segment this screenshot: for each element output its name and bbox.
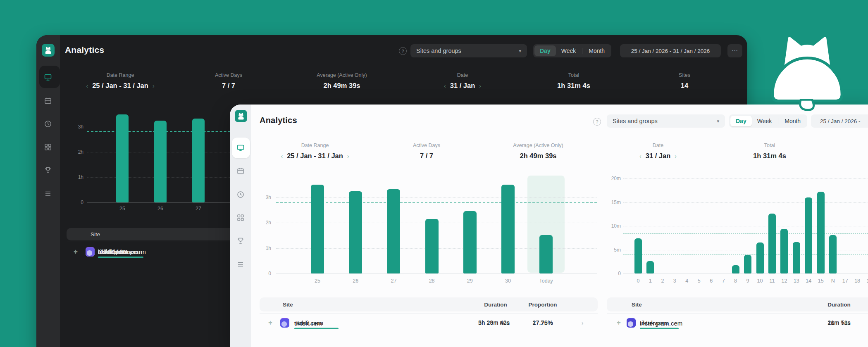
stat-value: 7 / 7 (215, 82, 242, 90)
stat-total: Total1h 31m 4s (753, 143, 786, 160)
chevron-left-icon[interactable]: ‹ (444, 83, 446, 89)
stat-label: Average (Active Only) (317, 72, 367, 78)
bar[interactable] (634, 238, 642, 273)
stat-total: Total1h 31m 4s (557, 72, 590, 90)
bar[interactable] (805, 197, 812, 273)
sidebar-item-menu menu-icon[interactable] (44, 190, 52, 198)
sidebar-item-calendar calendar-icon[interactable] (236, 167, 245, 175)
sidebar-item-calendar calendar-icon[interactable] (44, 97, 52, 105)
chevron-right-icon[interactable]: › (479, 83, 481, 89)
x-axis-label: 15 (818, 278, 824, 284)
chevron-right-icon[interactable]: › (582, 320, 583, 326)
duration-value: 16m 18s (806, 320, 868, 326)
site-name[interactable]: tiktek.cem (294, 320, 322, 327)
bar[interactable] (501, 185, 515, 273)
reference-line (623, 233, 868, 234)
stat-label: Date Range (281, 143, 349, 148)
stat-average-active-only: Average (Active Only)2h 49m 39s (317, 72, 367, 90)
bar[interactable] (732, 265, 739, 273)
bar[interactable] (768, 214, 776, 273)
bar[interactable] (756, 242, 764, 273)
site-favicon-icon (627, 318, 636, 328)
help-icon[interactable]: ? (399, 47, 407, 55)
favicon-shape (628, 321, 633, 327)
stat-active-days: Active Days7 / 7 (413, 143, 440, 160)
table-row-tiktek-cem[interactable]: +tiktek.cem3h 24m 50s17.25%› (260, 313, 598, 333)
tab-day[interactable]: Day (730, 116, 752, 126)
bar[interactable] (387, 189, 400, 273)
sidebar-item-apps grid-icon[interactable] (236, 214, 245, 222)
bar[interactable] (829, 235, 837, 273)
bar[interactable] (817, 192, 825, 273)
expand-plus-icon[interactable]: + (268, 319, 272, 327)
bar[interactable] (349, 191, 362, 273)
bar[interactable] (780, 229, 788, 273)
bar[interactable] (116, 114, 129, 203)
expand-plus-icon[interactable]: + (617, 319, 621, 327)
bar[interactable] (192, 119, 205, 202)
x-axis-label: 18 (854, 278, 860, 284)
sidebar-item-goals trophy-icon[interactable] (236, 237, 245, 245)
x-axis-label: N (831, 278, 835, 284)
expand-plus-icon[interactable]: + (74, 248, 78, 256)
app-logo-cat-icon (42, 44, 55, 57)
x-axis-label: 12 (781, 278, 787, 284)
y-axis-tick: 15m (611, 200, 621, 205)
help-icon[interactable]: ? (593, 118, 601, 126)
chevron-right-icon[interactable]: › (153, 83, 155, 89)
chevron-right-icon[interactable]: › (347, 153, 349, 159)
tab-month[interactable]: Month (779, 116, 806, 126)
stat-value-text: 7 / 7 (222, 82, 235, 90)
average-line (276, 202, 597, 203)
y-axis-tick: 5m (614, 247, 621, 253)
stat-sites: Sites14 (679, 72, 690, 90)
bar[interactable] (539, 235, 553, 273)
chevron-down-icon: ▾ (519, 48, 521, 54)
sidebar-item-apps grid-icon[interactable] (44, 143, 52, 151)
sites-groups-select[interactable]: Sites and groups ▾ (410, 44, 527, 57)
stat-value: ‹31 / Jan› (639, 152, 677, 160)
sidebar-item-menu menu-icon[interactable] (236, 260, 245, 269)
site-name[interactable]: instergram.cem (640, 320, 682, 327)
sidebar-item-goals trophy-icon[interactable] (44, 166, 52, 174)
bar[interactable] (744, 255, 751, 273)
select-value: Sites and groups (416, 48, 461, 54)
bar[interactable] (311, 185, 324, 273)
sidebar-item-history clock-icon[interactable] (44, 120, 52, 128)
sidebar-item-dashboard monitor-icon[interactable] (44, 73, 52, 81)
bar[interactable] (646, 261, 654, 273)
x-axis-label: 3 (673, 278, 676, 284)
tab-week[interactable]: Week (556, 45, 582, 56)
x-axis-label: 6 (710, 278, 713, 284)
stat-value: 2h 49m 39s (317, 82, 367, 90)
chevron-left-icon[interactable]: ‹ (281, 153, 283, 159)
stat-average-active-only: Average (Active Only)2h 49m 39s (513, 143, 563, 160)
chevron-left-icon[interactable]: ‹ (639, 153, 641, 159)
sidebar-item-history clock-icon[interactable] (236, 190, 245, 199)
sites-groups-select[interactable]: Sites and groups ▾ (607, 114, 725, 128)
gridline (87, 202, 251, 203)
bar[interactable] (463, 211, 477, 273)
chevron-right-icon[interactable]: › (675, 153, 677, 159)
gridline (623, 202, 868, 203)
stat-value: ‹25 / Jan - 31 / Jan› (86, 82, 154, 90)
bar[interactable] (425, 219, 439, 273)
chevron-down-icon: ▾ (717, 119, 719, 124)
tab-month[interactable]: Month (583, 45, 610, 56)
date-range-field[interactable]: 25 / Jan / 2026 - (811, 114, 868, 128)
bar[interactable] (154, 121, 167, 202)
date-range-field[interactable]: 25 / Jan / 2026 - 31 / Jan / 2026 (620, 44, 721, 57)
tab-week[interactable]: Week (752, 116, 777, 126)
select-value: Sites and groups (613, 118, 658, 124)
stat-value-text: 7 / 7 (420, 152, 433, 160)
y-axis-tick: 1h (266, 245, 271, 251)
sidebar-item-dashboard monitor-icon[interactable] (236, 144, 245, 152)
stat-value: ‹25 / Jan - 31 / Jan› (281, 152, 349, 160)
stat-value-text: 1h 31m 4s (753, 152, 786, 160)
bar[interactable] (793, 242, 800, 273)
chevron-left-icon[interactable]: ‹ (86, 83, 88, 89)
tab-day[interactable]: Day (534, 45, 556, 56)
table-row-instergram-cem[interactable]: +instergram.cem16m 18s (607, 313, 868, 333)
site-favicon-icon (280, 318, 289, 328)
more-button[interactable]: ⋯ (727, 44, 742, 57)
